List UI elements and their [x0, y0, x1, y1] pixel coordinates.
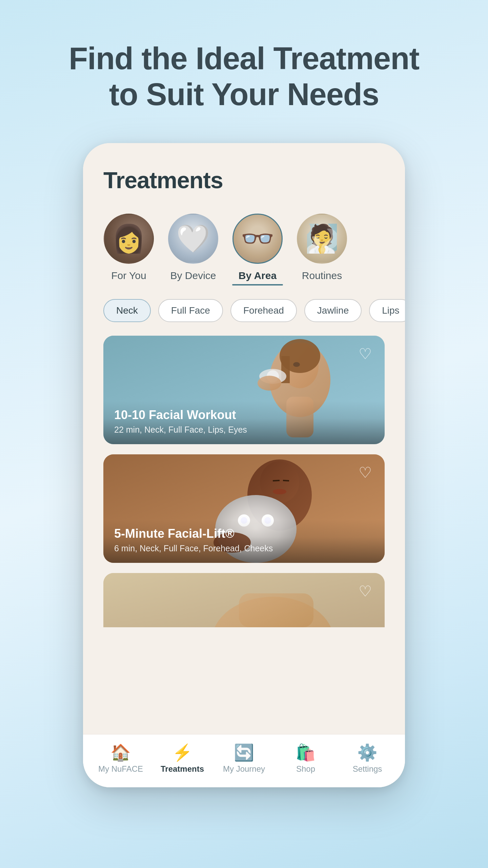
card-1-info: 10-10 Facial Workout 22 min, Neck, Full … — [103, 401, 385, 444]
favorite-btn-3[interactable]: ♡ — [355, 581, 375, 601]
heart-icon-2: ♡ — [359, 465, 372, 480]
favorite-btn-2[interactable]: ♡ — [355, 462, 375, 483]
category-for-you[interactable]: 👩 For You — [103, 214, 154, 285]
card-3-bg — [103, 573, 385, 627]
home-icon: 🏠 — [110, 745, 131, 761]
categories-row: 👩 For You 🤍 By Device 👓 By Area 🧖 — [83, 203, 405, 285]
category-label-by-device: By Device — [170, 270, 216, 281]
svg-line-20 — [273, 480, 280, 481]
nav-label-my-journey: My Journey — [223, 764, 265, 774]
journey-icon: 🔄 — [234, 745, 254, 761]
category-label-for-you: For You — [111, 270, 146, 281]
chip-forehead[interactable]: Forehead — [230, 299, 297, 322]
chip-full-face[interactable]: Full Face — [158, 299, 223, 322]
nav-label-settings: Settings — [353, 764, 382, 774]
treatment-card-2[interactable]: ♡ 5-Minute Facial-Lift® 6 min, Neck, Ful… — [103, 454, 385, 563]
favorite-btn-1[interactable]: ♡ — [355, 344, 375, 364]
card-2-subtitle: 6 min, Neck, Full Face, Forehead, Cheeks — [114, 544, 374, 553]
treatment-card-1[interactable]: ♡ 10-10 Facial Workout 22 min, Neck, Ful… — [103, 336, 385, 444]
category-label-by-area: By Area — [239, 270, 277, 281]
card-1-title: 10-10 Facial Workout — [114, 408, 374, 422]
bolt-icon: ⚡ — [172, 745, 192, 761]
category-circle-for-you: 👩 — [104, 214, 154, 264]
category-label-routines: Routines — [302, 270, 342, 281]
nav-my-nuface[interactable]: 🏠 My NuFACE — [97, 745, 144, 774]
category-circle-by-device: 🤍 — [168, 214, 218, 264]
heart-icon-3: ♡ — [359, 584, 372, 599]
nav-label-shop: Shop — [296, 764, 315, 774]
chip-jawline[interactable]: Jawline — [304, 299, 362, 322]
category-circle-by-area: 👓 — [232, 214, 283, 264]
nav-treatments[interactable]: ⚡ Treatments — [159, 745, 206, 774]
svg-rect-24 — [239, 593, 313, 627]
svg-point-9 — [258, 376, 281, 391]
app-title: Treatments — [103, 167, 385, 193]
nav-label-my-nuface: My NuFACE — [98, 764, 143, 774]
nav-shop[interactable]: 🛍️ Shop — [282, 745, 329, 774]
nav-label-treatments: Treatments — [161, 764, 204, 774]
nav-settings[interactable]: ⚙️ Settings — [344, 745, 391, 774]
headline-section: Find the Ideal Treatment to Suit Your Ne… — [42, 41, 446, 113]
svg-point-19 — [273, 489, 286, 494]
category-routines[interactable]: 🧖 Routines — [297, 214, 347, 285]
treatment-cards: ♡ 10-10 Facial Workout 22 min, Neck, Ful… — [83, 332, 405, 734]
card-3-illustration — [103, 573, 385, 627]
heart-icon-1: ♡ — [359, 347, 372, 361]
svg-point-7 — [293, 362, 300, 367]
app-content: Treatments 👩 For You 🤍 By Device 👓 — [83, 143, 405, 787]
card-2-title: 5-Minute Facial-Lift® — [114, 527, 374, 541]
category-circle-routines: 🧖 — [297, 214, 347, 264]
treatment-card-3[interactable]: ♡ — [103, 573, 385, 627]
card-1-subtitle: 22 min, Neck, Full Face, Lips, Eyes — [114, 425, 374, 435]
shop-icon: 🛍️ — [296, 745, 316, 761]
category-by-device[interactable]: 🤍 By Device — [168, 214, 219, 285]
chip-lips[interactable]: Lips — [369, 299, 405, 322]
svg-line-21 — [283, 480, 289, 481]
nav-my-journey[interactable]: 🔄 My Journey — [220, 745, 268, 774]
phone-frame: Treatments 👩 For You 🤍 By Device 👓 — [83, 143, 405, 787]
headline-text: Find the Ideal Treatment to Suit Your Ne… — [69, 41, 419, 113]
chip-neck[interactable]: Neck — [103, 299, 151, 322]
category-by-area[interactable]: 👓 By Area — [232, 214, 283, 285]
filter-chips-row: Neck Full Face Forehead Jawline Lips Ey.… — [83, 285, 405, 332]
card-2-info: 5-Minute Facial-Lift® 6 min, Neck, Full … — [103, 520, 385, 563]
bottom-nav: 🏠 My NuFACE ⚡ Treatments 🔄 My Journey 🛍️… — [83, 734, 405, 787]
app-header: Treatments — [83, 143, 405, 203]
settings-icon: ⚙️ — [357, 745, 378, 761]
